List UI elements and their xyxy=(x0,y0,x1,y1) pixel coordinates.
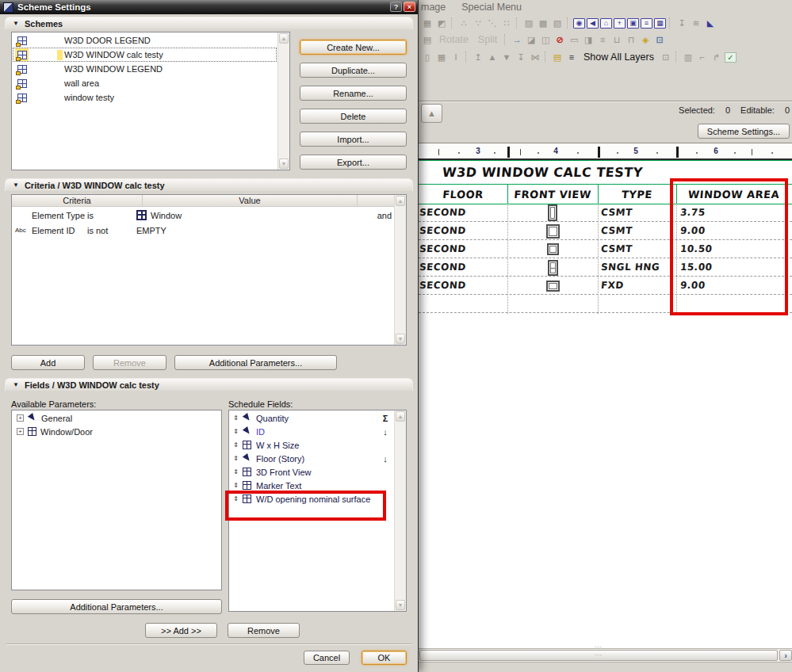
inject-parameters-icon[interactable]: ⊡ xyxy=(653,34,666,46)
scroll-down-icon[interactable]: ▼ xyxy=(396,334,405,344)
criteria-column-header[interactable]: Criteria xyxy=(12,195,143,206)
scroll-up-icon[interactable]: ▲ xyxy=(279,33,289,44)
duplicate-button[interactable]: Duplicate... xyxy=(300,63,407,78)
schedule-field-item[interactable]: ⇕ 3D Front View xyxy=(230,465,393,479)
hatch-pattern-icon[interactable]: ▩ xyxy=(537,17,549,29)
scheme-item[interactable]: window testy xyxy=(13,90,277,105)
scroll-down-icon[interactable]: ▼ xyxy=(279,158,289,169)
reorder-handle-icon[interactable]: ⇕ xyxy=(231,414,240,422)
reorder-handle-icon[interactable]: ⇕ xyxy=(231,468,240,475)
scroll-up-icon[interactable]: ▲ xyxy=(396,411,405,422)
drag-icon[interactable]: → xyxy=(511,34,523,46)
expand-icon[interactable]: + xyxy=(17,428,24,435)
fields-add-button[interactable]: >> Add >> xyxy=(145,623,217,638)
criteria-scrollbar[interactable]: ▲ ▼ xyxy=(394,195,406,345)
cancel-button[interactable]: Cancel xyxy=(304,651,350,665)
camera-view-icon[interactable]: ◉ xyxy=(573,18,585,29)
scrollbar-thumb[interactable]: ⋮⋮⋮ xyxy=(419,650,778,661)
column-icon[interactable]: ▯ xyxy=(421,52,434,63)
scroll-up-icon[interactable]: ▲ xyxy=(396,196,405,206)
scheme-item[interactable]: wall area xyxy=(13,76,277,90)
criteria-add-button[interactable]: Add xyxy=(11,355,85,370)
beam-icon[interactable]: ▦ xyxy=(435,52,448,63)
schedule-view-icon[interactable]: ▦ xyxy=(654,18,666,29)
create-new-button[interactable]: Create New... xyxy=(300,40,407,55)
distribute-horizontal-icon[interactable]: ∴ xyxy=(457,17,470,29)
stamp-icon[interactable]: ▭ xyxy=(568,34,580,46)
elevation-view-icon[interactable]: ⌂ xyxy=(600,18,612,29)
criteria-name[interactable]: Element Type xyxy=(32,211,87,220)
schedule-canvas[interactable]: W3D WINDOW CALC TESTY FLOOR FRONT VIEW T… xyxy=(419,160,792,648)
schemes-list-scrollbar[interactable]: ▲ ▼ xyxy=(277,32,289,170)
expand-icon[interactable]: + xyxy=(17,414,24,422)
turn-icon[interactable]: ↱ xyxy=(710,52,723,63)
schedule-field-item[interactable]: ⇕ Floor (Story) ↓ xyxy=(230,452,393,465)
center-align-icon[interactable]: ⋈ xyxy=(529,52,541,63)
hatch-lines-icon[interactable]: ≡ xyxy=(596,34,609,46)
scheme-item[interactable]: W3D DOOR LEGEND xyxy=(13,33,277,48)
scheme-settings-button[interactable]: Scheme Settings... xyxy=(698,124,790,139)
tree-item[interactable]: + Window/Door xyxy=(13,425,220,438)
fill-pattern-icon[interactable]: ▨ xyxy=(522,17,535,29)
mesh-tool-icon[interactable]: ◣ xyxy=(704,17,717,29)
help-button[interactable]: ? xyxy=(390,2,402,12)
gradient-pattern-icon[interactable]: ▧ xyxy=(551,17,564,29)
clipboard-icon[interactable]: ▥ xyxy=(682,52,694,63)
fields-remove-button[interactable]: Remove xyxy=(228,623,300,638)
criteria-table[interactable]: Criteria Value Element Type is Window xyxy=(11,194,407,346)
layers-stack-icon[interactable]: ≡ xyxy=(565,52,578,63)
stretch-width-icon[interactable]: ⊔ xyxy=(610,34,623,46)
marker-button[interactable]: ▲ xyxy=(421,104,442,123)
rename-button[interactable]: Rename... xyxy=(300,86,407,101)
case-icon[interactable]: ▤ xyxy=(421,34,434,46)
fit-frame-icon[interactable]: ⊡ xyxy=(660,52,672,63)
align-diagonal-icon[interactable]: ⋱ xyxy=(486,17,499,29)
scroll-down-icon[interactable]: ▼ xyxy=(396,600,405,610)
criteria-operator[interactable]: is not xyxy=(87,226,136,235)
reorder-handle-icon[interactable]: ⇕ xyxy=(231,482,240,489)
align-top-icon[interactable]: ↥ xyxy=(472,52,484,63)
detail-view-icon[interactable]: ≡ xyxy=(641,18,652,29)
waves-icon[interactable]: ≋ xyxy=(690,17,702,29)
tree-item[interactable]: + General xyxy=(13,411,220,425)
distribute-vertical-icon[interactable]: ∵ xyxy=(472,17,484,29)
close-button[interactable]: × xyxy=(404,2,415,12)
horizontal-scrollbar[interactable]: ⋮⋮⋮ › xyxy=(419,648,792,662)
criteria-name[interactable]: Element ID xyxy=(32,226,87,235)
ok-button[interactable]: OK xyxy=(362,651,407,665)
profile-icon[interactable]: Ι xyxy=(450,52,462,63)
criteria-logic[interactable]: and xyxy=(366,211,393,220)
fields-additional-parameters-button[interactable]: Additional Parameters... xyxy=(11,599,222,614)
reorder-handle-icon[interactable]: ⇕ xyxy=(231,428,240,435)
schedule-field-item[interactable]: ⇕ W x H Size xyxy=(230,438,393,452)
dialog-title-bar[interactable]: Scheme Settings ? × xyxy=(0,0,418,14)
interior-elevation-view-icon[interactable]: + xyxy=(614,18,626,29)
active-layer-icon[interactable]: ▤ xyxy=(551,52,564,63)
selection-grid-icon[interactable]: ▦ xyxy=(421,17,434,29)
delete-button[interactable]: Delete xyxy=(300,109,407,124)
menu-item-special-menu[interactable]: Special Menu xyxy=(461,2,522,13)
schedule-field-item[interactable]: ⇕ Quantity Σ xyxy=(230,411,393,425)
criteria-operator[interactable]: is xyxy=(87,211,136,220)
criteria-row[interactable]: Abc Element ID is not EMPTY xyxy=(13,223,393,238)
fields-section-header[interactable]: ▼ Fields / W3D WINDOW calc testy xyxy=(5,378,413,391)
multiply-icon[interactable]: ◫ xyxy=(539,34,552,46)
pin-icon[interactable]: ↧ xyxy=(675,17,688,29)
scheme-item[interactable]: W3D WINDOW LEGEND xyxy=(13,62,277,76)
criteria-additional-parameters-button[interactable]: Additional Parameters... xyxy=(174,355,337,370)
criteria-section-header[interactable]: ▼ Criteria / W3D WINDOW calc testy xyxy=(5,178,413,191)
scroll-right-button[interactable]: › xyxy=(779,650,792,661)
mirror-icon[interactable]: ◪ xyxy=(525,34,538,46)
spread-icon[interactable]: ∷ xyxy=(500,17,513,29)
move-up-icon[interactable]: ▲ xyxy=(486,52,499,63)
worksheet-view-icon[interactable]: ▣ xyxy=(627,18,639,29)
eraser-icon[interactable]: ⊘ xyxy=(553,34,566,46)
split-button[interactable]: Split xyxy=(474,34,501,46)
schemes-section-header[interactable]: ▼ Schemes xyxy=(5,17,413,29)
fields-scrollbar[interactable]: ▲ ▼ xyxy=(394,410,406,611)
schedule-field-item[interactable]: ⇕ ID ↓ xyxy=(230,425,393,438)
criteria-row[interactable]: Element Type is Window and xyxy=(13,208,393,223)
import-button[interactable]: Import... xyxy=(300,132,407,147)
available-parameters-tree[interactable]: + General + Window/Door xyxy=(11,410,222,590)
value-column-header[interactable]: Value xyxy=(143,195,358,206)
